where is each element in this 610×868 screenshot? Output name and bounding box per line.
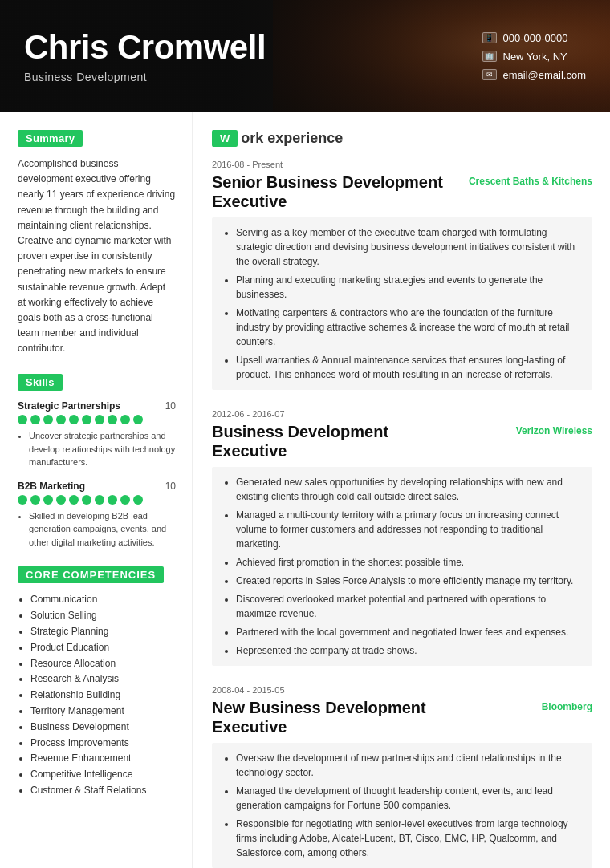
dot <box>95 415 104 424</box>
core-item: Customer & Staff Relations <box>31 784 176 797</box>
right-column: W ork experience 2016-08 - Present Senio… <box>193 112 610 868</box>
job-entry-1: 2012-06 - 2016-07 Business DevelopmentEx… <box>212 409 592 666</box>
candidate-title: Business Development <box>24 71 466 83</box>
core-item: Communication <box>31 593 176 606</box>
bullet: Upsell warranties & Annual maintenance s… <box>236 353 581 382</box>
job-date-0: 2016-08 - Present <box>212 160 592 169</box>
dot <box>18 495 27 505</box>
bullet: Oversaw the development of new partnersh… <box>236 751 581 780</box>
dot <box>133 415 143 424</box>
core-item: Solution Selling <box>31 609 176 623</box>
dot <box>56 415 66 424</box>
dot <box>18 415 27 424</box>
core-label: CORE COMPETENCIES <box>18 566 164 583</box>
bullet: Managed a multi-county territory with a … <box>236 508 581 551</box>
skill-desc-1: Uncover strategic partnerships and devel… <box>18 429 176 469</box>
left-column: Summary Accomplished business developmen… <box>0 112 193 868</box>
phone-icon: 📱 <box>482 32 497 43</box>
job-date-2: 2008-04 - 2015-05 <box>212 685 592 695</box>
dot <box>108 415 117 424</box>
main-body: Summary Accomplished business developmen… <box>0 112 610 868</box>
dot <box>43 495 53 505</box>
bullet: Responsible for negotiating with senior-… <box>236 817 581 860</box>
summary-section: Summary Accomplished business developmen… <box>18 130 176 356</box>
header-contact: 📱 000-000-0000 🏢 New York, NY ✉ email@em… <box>466 14 587 98</box>
job-title-row-0: Senior Business DevelopmentExecutive Cre… <box>212 172 592 211</box>
skills-section: Skills Strategic Partnerships 10 <box>18 374 176 549</box>
dot <box>108 495 117 505</box>
job-entry-0: 2016-08 - Present Senior Business Develo… <box>212 160 592 390</box>
dot <box>95 495 104 505</box>
dot <box>69 495 79 505</box>
skill-dots-1 <box>18 415 176 424</box>
bullet: Discovered overlooked market potential a… <box>236 592 581 621</box>
job-title-row-2: New Business DevelopmentExecutive Bloomb… <box>212 698 592 736</box>
work-label-rest: ork experience <box>241 130 343 147</box>
dot <box>82 415 92 424</box>
job-bullets-2: Oversaw the development of new partnersh… <box>212 743 592 868</box>
dot <box>82 495 92 505</box>
dot <box>31 415 40 424</box>
summary-label: Summary <box>18 130 83 147</box>
core-item: Product Education <box>31 641 176 655</box>
bullet: Created reports in Sales Force Analysis … <box>236 574 581 588</box>
location-icon: 🏢 <box>482 51 497 62</box>
bullet: Planning and executing marketing strateg… <box>236 273 581 302</box>
work-label-w: W <box>212 130 238 147</box>
core-item: Strategic Planning <box>31 625 176 639</box>
bullet: Motivating carpenters & contractors who … <box>236 306 581 349</box>
skills-label: Skills <box>18 374 63 391</box>
job-company-0: Crescent Baths & Kitchens <box>461 172 592 187</box>
contact-phone: 📱 000-000-0000 <box>482 32 587 44</box>
core-list: Communication Solution Selling Strategic… <box>18 593 176 797</box>
core-item: Relationship Building <box>31 688 176 702</box>
job-company-1: Verizon Wireless <box>508 422 592 436</box>
core-item: Research & Analysis <box>31 672 176 686</box>
job-bullets-0: Serving as a key member of the executive… <box>212 217 592 390</box>
bullet: Generated new sales opportunities by dev… <box>236 475 581 504</box>
skill-dots-2 <box>18 495 176 505</box>
bullet: Represented the company at trade shows. <box>236 643 581 658</box>
core-item: Resource Allocation <box>31 657 176 671</box>
skill-item-b2b-marketing: B2B Marketing 10 Skilled in develo <box>18 481 176 550</box>
skill-score-1: 10 <box>165 400 176 412</box>
core-item: Process Improvements <box>31 736 176 750</box>
core-item: Business Development <box>31 720 176 734</box>
email-icon: ✉ <box>482 69 497 80</box>
dot <box>120 495 130 505</box>
skill-desc-2: Skilled in developing B2B lead generatio… <box>18 509 176 550</box>
skill-name-2: B2B Marketing <box>18 481 85 492</box>
core-item: Competitive Intelligence <box>31 768 176 781</box>
contact-location: 🏢 New York, NY <box>482 51 587 63</box>
dot <box>133 495 143 505</box>
candidate-name: Chris Cromwell <box>24 29 466 66</box>
skill-header-2: B2B Marketing 10 <box>18 481 176 492</box>
work-section-header: W ork experience <box>212 130 592 147</box>
skill-score-2: 10 <box>165 481 176 492</box>
job-title-2: New Business DevelopmentExecutive <box>212 698 426 736</box>
job-company-2: Bloomberg <box>534 698 592 712</box>
core-competencies-section: CORE COMPETENCIES Communication Solution… <box>18 566 176 797</box>
bullet: Serving as a key member of the executive… <box>236 225 581 269</box>
resume-header: Chris Cromwell Business Development 📱 00… <box>0 0 610 112</box>
dot <box>43 415 53 424</box>
dot <box>120 415 130 424</box>
job-entry-2: 2008-04 - 2015-05 New Business Developme… <box>212 685 592 868</box>
skill-item-strategic-partnerships: Strategic Partnerships 10 Uncover <box>18 400 176 469</box>
skill-header-1: Strategic Partnerships 10 <box>18 400 176 412</box>
dot <box>56 495 66 505</box>
job-bullets-1: Generated new sales opportunities by dev… <box>212 467 592 666</box>
job-title-0: Senior Business DevelopmentExecutive <box>212 172 443 211</box>
bullet: Managed the development of thought leade… <box>236 784 581 813</box>
header-content: Chris Cromwell Business Development 📱 00… <box>0 0 610 112</box>
header-left: Chris Cromwell Business Development <box>24 14 466 98</box>
dot <box>69 415 79 424</box>
job-title-1: Business DevelopmentExecutive <box>212 422 388 460</box>
skill-name-1: Strategic Partnerships <box>18 400 120 412</box>
summary-text: Accomplished business development execut… <box>18 156 176 356</box>
core-item: Territory Management <box>31 704 176 718</box>
job-title-row-1: Business DevelopmentExecutive Verizon Wi… <box>212 422 592 460</box>
bullet: Achieved first promotion in the shortest… <box>236 555 581 570</box>
dot <box>31 495 40 505</box>
contact-email: ✉ email@email.com <box>482 69 587 81</box>
